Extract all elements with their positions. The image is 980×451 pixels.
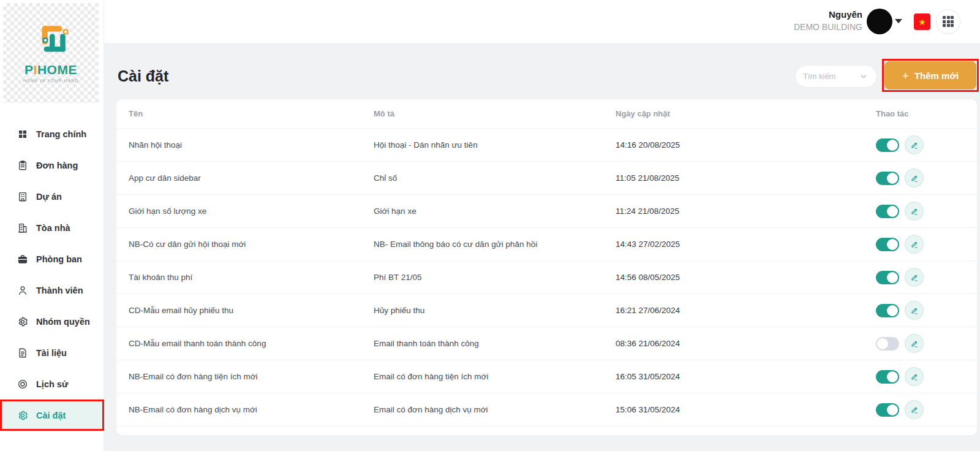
dashboard-icon [17,128,28,140]
sidebar-item-8[interactable]: Lịch sử [0,368,104,400]
settings-table: Tên Mô tả Ngày cập nhật Thao tác Nhãn hộ… [116,99,977,435]
table-row: NB-Email có đơn hàng dịch vụ mới Email c… [116,393,977,426]
enable-toggle[interactable] [876,138,899,152]
setting-name: NB-Email có đơn hàng dịch vụ mới [129,405,374,414]
avatar[interactable] [867,9,892,34]
pencil-icon [910,240,919,249]
toggle-knob [887,206,898,217]
toggle-knob [887,239,898,250]
table-body: Nhãn hội thoại Hội thoại - Dán nhãn ưu t… [116,129,977,426]
apps-menu-button[interactable] [936,9,960,34]
column-header-updated: Ngày cập nhật [616,109,876,118]
sidebar-item-label: Tòa nhà [36,223,70,233]
table-row: CD-Mẫu email thanh toán thành công Email… [116,327,977,360]
setting-name: CD-Mẫu email hủy phiếu thu [129,306,374,315]
setting-name: NB-Có cư dân gửi hội thoại mới [129,240,374,249]
sidebar: PIHOME HOME IN YOUR HAND Trang chính Đơn… [0,0,104,451]
setting-name: Giới hạn số lượng xe [129,207,374,216]
setting-name: App cư dân sidebar [129,173,374,183]
setting-updated-at: 14:43 27/02/2025 [616,240,876,249]
members-icon [17,284,28,296]
enable-toggle[interactable] [876,205,899,218]
sidebar-item-label: Phòng ban [36,254,82,264]
setting-updated-at: 15:06 31/05/2024 [616,405,876,414]
pencil-icon [910,174,919,183]
edit-button[interactable] [905,202,924,221]
table-row: Giới hạn số lượng xe Giới hạn xe 11:24 2… [116,195,977,228]
topbar: Nguyên DEMO BUILDING ★ [104,0,980,43]
enable-toggle[interactable] [876,172,899,185]
apps-grid-icon [943,16,954,27]
toggle-knob [877,338,888,349]
sidebar-item-1[interactable]: Đơn hàng [0,150,104,181]
setting-updated-at: 08:36 21/06/2024 [616,339,876,348]
edit-button[interactable] [905,235,924,254]
column-header-name: Tên [129,109,374,118]
chevron-down-icon[interactable] [895,19,902,23]
add-new-button-label: Thêm mới [914,70,959,81]
table-row: NB-Có cư dân gửi hội thoại mới NB- Email… [116,228,977,261]
enable-toggle[interactable] [876,304,899,317]
table-row: NB-Email có đơn hàng tiện ích mới Email … [116,360,977,393]
pencil-icon [910,406,919,414]
user-info: Nguyên DEMO BUILDING [794,8,862,33]
search-input[interactable] [803,72,856,81]
workspace-name: DEMO BUILDING [794,21,862,33]
pencil-icon [910,339,919,348]
enable-toggle[interactable] [876,238,899,251]
sidebar-item-5[interactable]: Thành viên [0,275,104,306]
add-new-button[interactable]: + Thêm mới [884,61,976,89]
pencil-icon [910,207,919,216]
setting-name: NB-Email có đơn hàng tiện ích mới [129,372,374,381]
sidebar-item-2[interactable]: Dự án [0,181,104,212]
setting-description: Email có đơn hàng tiện ích mới [374,372,616,381]
enable-toggle[interactable] [876,271,899,284]
toggle-knob [887,140,898,151]
sidebar-item-label: Tài liệu [36,348,67,358]
sidebar-item-label: Nhóm quyền [36,317,90,327]
sidebar-item-6[interactable]: Nhóm quyền [0,306,104,337]
edit-button[interactable] [905,169,924,188]
department-icon [17,253,28,265]
setting-updated-at: 16:05 31/05/2024 [616,372,876,381]
setting-description: NB- Email thông báo có cư dân gửi phản h… [374,240,616,249]
pencil-icon [910,306,919,315]
documents-icon [17,347,28,358]
toggle-knob [887,173,898,184]
toggle-knob [887,404,898,415]
table-row: Tài khoản thu phí Phí BT 21/05 14:56 08/… [116,261,977,294]
toggle-knob [887,305,898,316]
plus-icon: + [902,70,909,81]
sidebar-item-4[interactable]: Phòng ban [0,243,104,275]
setting-description: Email thanh toán thành công [374,339,616,348]
settings-icon [17,409,28,421]
sidebar-item-3[interactable]: Tòa nhà [0,212,104,243]
setting-name: Tài khoản thu phí [129,273,374,282]
edit-button[interactable] [905,367,924,386]
user-name: Nguyên [794,8,862,21]
building-icon [17,222,28,233]
enable-toggle[interactable] [876,403,899,417]
setting-description: Chỉ số [374,173,616,183]
sidebar-item-7[interactable]: Tài liệu [0,337,104,368]
setting-description: Phí BT 21/05 [374,273,616,282]
edit-button[interactable] [905,301,924,320]
enable-toggle[interactable] [876,370,899,384]
pihome-logo-icon [31,24,71,62]
edit-button[interactable] [905,334,924,353]
setting-updated-at: 14:56 08/05/2025 [616,273,876,282]
edit-button[interactable] [905,400,924,419]
search-box[interactable] [795,65,877,88]
sidebar-item-label: Trang chính [36,129,86,139]
sidebar-item-9[interactable]: Cài đặt [0,400,104,431]
enable-toggle[interactable] [876,337,899,351]
sidebar-item-label: Dự án [36,192,62,202]
project-icon [17,191,28,202]
sidebar-item-0[interactable]: Trang chính [0,118,104,150]
setting-description: Hủy phiếu thu [374,306,616,315]
edit-button[interactable] [905,135,924,154]
toggle-knob [887,371,898,382]
edit-button[interactable] [905,268,924,287]
language-flag-vietnam[interactable]: ★ [914,13,930,30]
table-row: Nhãn hội thoại Hội thoại - Dán nhãn ưu t… [116,129,977,162]
